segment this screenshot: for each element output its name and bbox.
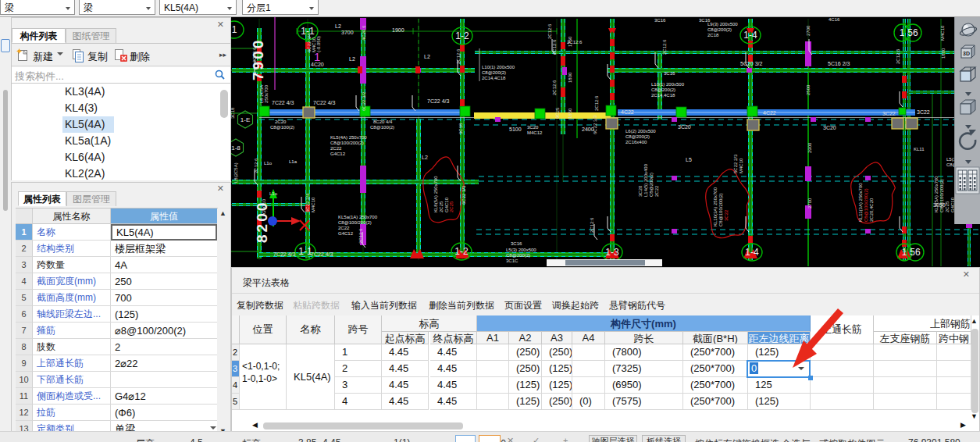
- svg-text:7C22 4/3: 7C22 4/3: [313, 100, 336, 105]
- svg-text:2C20,4C20: 2C20,4C20: [869, 198, 874, 222]
- svg-text:2C18: 2C18: [707, 33, 719, 37]
- svg-text:5100: 5100: [509, 127, 522, 132]
- svg-text:C8@200(2): C8@200(2): [651, 87, 675, 92]
- svg-text:2C12:6: 2C12:6: [662, 39, 667, 55]
- svg-text:2C16x400: 2C16x400: [625, 140, 647, 144]
- svg-text:2700: 2700: [806, 25, 811, 36]
- svg-text:C8@100(2): C8@100(2): [370, 125, 394, 130]
- svg-text:6C25: 6C25: [555, 107, 560, 119]
- svg-text:6C22 3/2: 6C22 3/2: [362, 91, 366, 111]
- svg-text:3C20: 3C20: [527, 125, 539, 130]
- svg-text:1: 1: [314, 50, 320, 63]
- svg-text:3C16: 3C16: [511, 241, 522, 246]
- svg-text:7C22 4/3: 7C22 4/3: [311, 251, 333, 257]
- svg-text:2C12:6: 2C12:6: [547, 23, 552, 39]
- svg-text:L2: L2: [422, 155, 428, 160]
- svg-text:L5: L5: [686, 157, 692, 162]
- svg-text:L1o: L1o: [269, 191, 278, 196]
- svg-text:KL11: KL11: [914, 147, 925, 151]
- svg-text:2C12:6: 2C12:6: [590, 217, 594, 233]
- svg-text:2C14,4C18: 2C14,4C18: [651, 93, 675, 98]
- svg-text:L9(3) 200x500: L9(3) 200x500: [707, 22, 738, 27]
- svg-text:G4C12: G4C12: [330, 151, 346, 156]
- svg-text:2C14,4C18: 2C14,4C18: [482, 76, 506, 80]
- svg-text:3C22: 3C22: [724, 209, 729, 221]
- svg-text:4C16: 4C16: [829, 17, 840, 22]
- svg-text:3700: 3700: [341, 30, 354, 35]
- svg-text:G4C10: G4C10: [262, 198, 266, 214]
- svg-text:2C12:6: 2C12:6: [896, 48, 900, 64]
- svg-text:KL5(4A) 250x700: KL5(4A) 250x700: [330, 135, 367, 140]
- svg-text:1800: 1800: [941, 48, 946, 59]
- svg-text:KL11(3A) 250x700: KL11(3A) 250x700: [858, 183, 863, 222]
- svg-text:2C12:6: 2C12:6: [552, 39, 557, 55]
- svg-text:C8@200(2): C8@200(2): [649, 173, 654, 197]
- svg-text:3C20: 3C20: [678, 124, 691, 130]
- svg-text:KL5a(1A) 250x700: KL5a(1A) 250x700: [338, 215, 378, 219]
- svg-text:2C25: 2C25: [945, 201, 950, 212]
- svg-text:C8@100/200(2): C8@100/200(2): [939, 179, 944, 212]
- svg-text:C8@200(2): C8@200(2): [482, 70, 506, 75]
- svg-text:2C22: 2C22: [654, 185, 659, 197]
- svg-text:2C22: 2C22: [338, 226, 350, 230]
- svg-text:L10(1) 200x500: L10(1) 200x500: [482, 65, 515, 70]
- svg-text:KL9(5A) 250x700: KL9(5A) 250x700: [934, 176, 939, 212]
- svg-text:3C18: 3C18: [231, 107, 235, 119]
- svg-text:KL10(3A) 250x700: KL10(3A) 250x700: [713, 187, 718, 226]
- svg-text:3C20: 3C20: [638, 185, 643, 197]
- svg-text:L2: L2: [349, 56, 355, 62]
- svg-text:7C22 4/3: 7C22 4/3: [427, 98, 450, 104]
- svg-text:6C22 2/4: 6C22 2/4: [305, 193, 310, 212]
- svg-text:2900: 2900: [807, 142, 812, 153]
- svg-text:C8@200(2): C8@200(2): [625, 134, 650, 139]
- svg-text:L14(5) 200x400: L14(5) 200x400: [643, 163, 648, 197]
- svg-text:3C18: 3C18: [458, 123, 463, 134]
- svg-text:L2: L2: [335, 23, 341, 29]
- svg-text:3C16: 3C16: [654, 18, 666, 23]
- svg-text:6C22 3/3: 6C22 3/3: [461, 185, 466, 205]
- svg-text:56: 56: [910, 247, 921, 258]
- svg-text:M4C10: M4C10: [311, 197, 315, 212]
- svg-text:2C12:6: 2C12:6: [358, 228, 363, 244]
- svg-text:L1a: L1a: [289, 159, 298, 164]
- svg-text:7C22 4/3: 7C22 4/3: [273, 251, 296, 257]
- svg-text:6C22 3/3: 6C22 3/3: [593, 115, 597, 134]
- svg-text:1800: 1800: [568, 72, 572, 83]
- svg-text:1-2: 1-2: [454, 246, 469, 257]
- svg-text:1-2: 1-2: [455, 30, 469, 41]
- svg-text:3C22: 3C22: [917, 109, 930, 115]
- svg-text:3D: 3D: [963, 51, 970, 56]
- svg-text:2C20: 2C20: [275, 119, 287, 124]
- svg-text:C8@100/200(2): C8@100/200(2): [338, 220, 372, 225]
- svg-text:3C20: 3C20: [823, 125, 836, 130]
- svg-text:3C22: 3C22: [882, 111, 896, 116]
- svg-text:1900: 1900: [392, 27, 404, 33]
- svg-text:2C25: 2C25: [439, 201, 444, 212]
- svg-text:2700: 2700: [807, 198, 812, 209]
- svg-text:5C20 3/2: 5C20 3/2: [740, 61, 763, 66]
- svg-text:L2: L2: [424, 54, 430, 59]
- svg-text:C8@100/200(2): C8@100/200(2): [330, 141, 364, 145]
- svg-text:56: 56: [907, 27, 918, 38]
- svg-text:4C22: 4C22: [621, 109, 634, 115]
- svg-text:M4C10: M4C10: [739, 158, 743, 173]
- svg-text:1-8: 1-8: [231, 144, 241, 151]
- svg-text:4C20 6: 4C20 6: [362, 25, 366, 41]
- svg-text:L6(2) 200x500: L6(2) 200x500: [625, 129, 656, 134]
- svg-text:1: 1: [232, 24, 237, 35]
- svg-text:2C12:6: 2C12:6: [567, 40, 583, 45]
- svg-text:4C22: 4C22: [763, 110, 776, 116]
- svg-text:1650: 1650: [568, 108, 572, 119]
- svg-text:M4C10: M4C10: [940, 25, 945, 41]
- svg-text:1-4: 1-4: [743, 30, 757, 41]
- svg-text:250x700: 250x700: [264, 84, 269, 103]
- svg-text:L1o: L1o: [264, 161, 273, 166]
- svg-text:3C1C: 3C1C: [506, 258, 519, 263]
- svg-text:C8@200(2): C8@200(2): [506, 253, 530, 258]
- svg-text:2C22: 2C22: [330, 146, 342, 151]
- svg-text:C8@100/200(2): C8@100/200(2): [864, 188, 868, 222]
- svg-text:C8@200(2): C8@200(2): [707, 27, 732, 32]
- svg-text:1-E: 1-E: [241, 116, 250, 123]
- svg-text:C8@100(2): C8@100(2): [270, 125, 294, 130]
- svg-text:L8(2C5A): L8(2C5A): [233, 162, 238, 183]
